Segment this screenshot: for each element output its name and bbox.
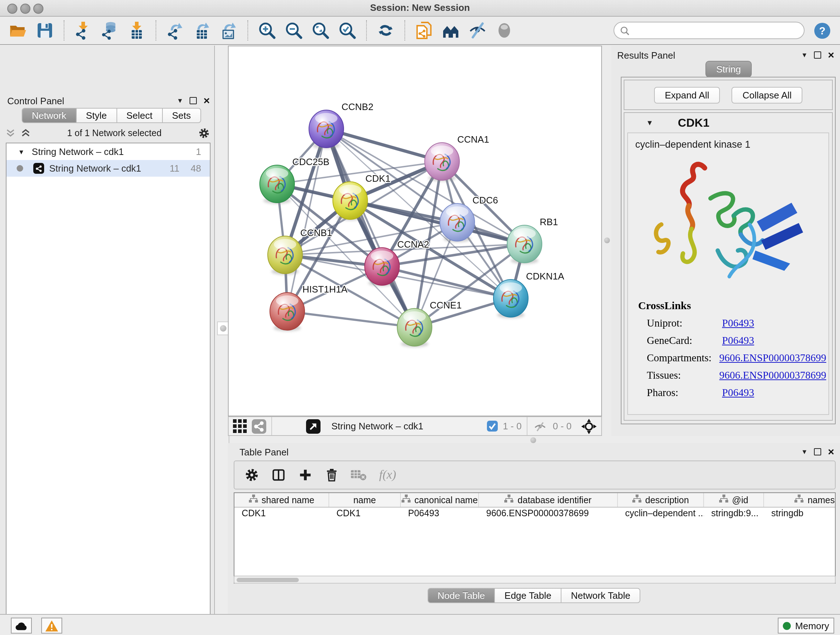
toggle-column-icon[interactable] bbox=[271, 468, 286, 482]
network-edge[interactable] bbox=[326, 129, 415, 327]
table-settings-icon[interactable] bbox=[245, 468, 259, 482]
float-panel-icon[interactable] bbox=[814, 448, 821, 455]
network-node-CCNA1[interactable] bbox=[425, 143, 459, 181]
delete-table-icon[interactable] bbox=[351, 469, 367, 481]
export-table-icon[interactable] bbox=[193, 21, 211, 40]
panel-menu-icon[interactable]: ▼ bbox=[801, 51, 808, 59]
network-edge[interactable] bbox=[287, 311, 415, 327]
cell[interactable]: CDK1 bbox=[329, 508, 401, 521]
selected-checkbox-icon[interactable] bbox=[487, 421, 498, 432]
export-network-icon[interactable] bbox=[166, 21, 185, 40]
column-header-database-identifier[interactable]: database identifier bbox=[479, 493, 618, 507]
float-panel-icon[interactable] bbox=[189, 97, 197, 104]
first-neighbors-icon[interactable] bbox=[415, 21, 433, 40]
cell[interactable]: cyclin–dependent ... bbox=[618, 508, 704, 521]
tree-collapse-icon[interactable]: ▼ bbox=[18, 148, 25, 155]
divider-grip[interactable] bbox=[217, 321, 229, 335]
close-panel-icon[interactable]: × bbox=[203, 97, 210, 104]
help-icon[interactable]: ? bbox=[813, 21, 831, 40]
memory-button[interactable]: Memory bbox=[778, 618, 834, 633]
crosslink-genecard-[interactable]: P06493 bbox=[722, 334, 754, 347]
crosslink-uniprot-[interactable]: P06493 bbox=[722, 317, 754, 329]
close-window-icon[interactable] bbox=[7, 4, 17, 14]
network-node-CCNB1[interactable] bbox=[268, 236, 302, 275]
network-node-CDC25B[interactable] bbox=[260, 165, 294, 204]
export-view-icon[interactable] bbox=[306, 419, 321, 433]
tab-edge-table[interactable]: Edge Table bbox=[494, 588, 562, 603]
show-details-icon[interactable] bbox=[495, 21, 514, 40]
panel-menu-icon[interactable]: ▼ bbox=[177, 97, 183, 104]
column-header-name[interactable]: name bbox=[329, 493, 401, 507]
zoom-fit-icon[interactable] bbox=[311, 21, 330, 40]
import-table-icon[interactable] bbox=[127, 21, 146, 40]
close-panel-icon[interactable]: × bbox=[828, 51, 834, 59]
cell[interactable]: CDK1 bbox=[234, 508, 329, 521]
cell[interactable]: P06493 bbox=[401, 508, 479, 521]
tab-network-table[interactable]: Network Table bbox=[561, 588, 640, 603]
network-view-canvas[interactable]: CCNB2CCNA1CDC25BCDK1CDC6RB1CCNB1CCNA2CDK… bbox=[228, 46, 602, 416]
tab-string[interactable]: String bbox=[706, 61, 752, 78]
zoom-out-icon[interactable] bbox=[284, 21, 303, 40]
import-network-file-icon[interactable] bbox=[74, 21, 93, 40]
divider-grip[interactable] bbox=[603, 234, 610, 246]
close-panel-icon[interactable]: × bbox=[828, 448, 834, 455]
panel-menu-icon[interactable]: ▼ bbox=[801, 448, 808, 455]
function-builder-icon[interactable]: f(x) bbox=[379, 468, 396, 482]
tab-sets[interactable]: Sets bbox=[162, 108, 201, 123]
cell[interactable]: 9606.ENSP00000378699 bbox=[479, 508, 618, 521]
table-row[interactable]: CDK1CDK1P064939606.ENSP00000378699cyclin… bbox=[234, 508, 836, 521]
share-network-icon[interactable] bbox=[252, 419, 266, 433]
export-image-icon[interactable] bbox=[219, 21, 238, 40]
table-horizontal-scrollbar[interactable] bbox=[234, 576, 836, 584]
column-header-shared-name[interactable]: shared name bbox=[234, 493, 329, 507]
warnings-button[interactable] bbox=[41, 618, 62, 633]
expand-all-icon[interactable] bbox=[21, 129, 30, 138]
network-node-HIST1H1A[interactable] bbox=[270, 293, 305, 331]
expand-all-button[interactable]: Expand All bbox=[654, 87, 720, 103]
gene-section-header[interactable]: ▼ CDK1 bbox=[624, 113, 832, 133]
search-input[interactable] bbox=[633, 25, 798, 36]
grid-view-icon[interactable] bbox=[233, 419, 247, 433]
crosslink-tissues-[interactable]: 9606.ENSP00000378699 bbox=[719, 369, 826, 382]
column-header-namespace[interactable]: namespace bbox=[764, 493, 836, 507]
zoom-selected-icon[interactable] bbox=[338, 21, 357, 40]
network-collection-row[interactable]: ▼ String Network – cdk1 1 bbox=[6, 143, 210, 160]
collapse-all-icon[interactable] bbox=[6, 129, 15, 138]
tab-style[interactable]: Style bbox=[76, 108, 117, 123]
network-node-CCNE1[interactable] bbox=[397, 309, 432, 347]
minimize-window-icon[interactable] bbox=[20, 4, 30, 14]
tab-node-table[interactable]: Node Table bbox=[427, 588, 495, 603]
hide-details-icon[interactable] bbox=[468, 21, 487, 40]
open-session-icon[interactable] bbox=[9, 21, 27, 40]
network-node-CDC6[interactable] bbox=[440, 203, 475, 242]
apply-layout-icon[interactable] bbox=[376, 21, 395, 40]
network-node-CDKN1A[interactable] bbox=[493, 279, 528, 318]
network-graph[interactable]: CCNB2CCNA1CDC25BCDK1CDC6RB1CCNB1CCNA2CDK… bbox=[229, 46, 601, 416]
section-collapse-icon[interactable]: ▼ bbox=[646, 119, 653, 127]
cell[interactable]: stringdb bbox=[764, 508, 836, 521]
zoom-in-icon[interactable] bbox=[257, 21, 276, 40]
cloud-button[interactable] bbox=[11, 618, 32, 633]
import-network-database-icon[interactable] bbox=[101, 21, 119, 40]
tab-select[interactable]: Select bbox=[116, 108, 163, 123]
add-column-icon[interactable] bbox=[298, 468, 313, 482]
divider-grip[interactable] bbox=[528, 437, 538, 443]
column-header-description[interactable]: description bbox=[618, 493, 704, 507]
delete-column-icon[interactable] bbox=[325, 468, 339, 482]
network-node-RB1[interactable] bbox=[507, 225, 542, 264]
scrollbar-thumb[interactable] bbox=[237, 578, 299, 582]
crosslink-compartments-[interactable]: 9606.ENSP00000378699 bbox=[719, 352, 826, 364]
column-header-canonical-name[interactable]: canonical name bbox=[401, 493, 479, 507]
column-header--id[interactable]: @id bbox=[704, 493, 764, 507]
tab-network[interactable]: Network bbox=[22, 108, 76, 123]
cybrowser-icon[interactable] bbox=[441, 21, 460, 40]
birdseye-icon[interactable] bbox=[581, 418, 597, 434]
float-panel-icon[interactable] bbox=[814, 51, 821, 59]
collapse-all-button[interactable]: Collapse All bbox=[732, 87, 803, 103]
cell[interactable]: stringdb:9... bbox=[704, 508, 764, 521]
crosslink-pharos-[interactable]: P06493 bbox=[722, 386, 754, 399]
zoom-window-icon[interactable] bbox=[33, 4, 43, 14]
network-options-gear-icon[interactable] bbox=[198, 127, 210, 139]
network-row-selected[interactable]: String Network – cdk1 11 48 bbox=[6, 160, 210, 177]
save-session-icon[interactable] bbox=[35, 21, 54, 40]
